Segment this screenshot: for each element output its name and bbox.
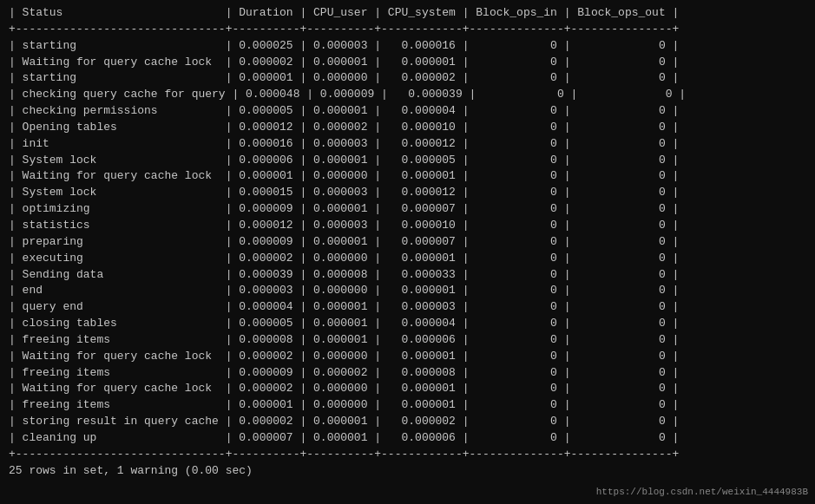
terminal: | Status | Duration | CPU_user | CPU_sys…	[0, 0, 815, 484]
watermark: https://blog.csdn.net/weixin_4444983B	[596, 487, 808, 497]
query-output: | Status | Duration | CPU_user | CPU_sys…	[3, 2, 812, 482]
